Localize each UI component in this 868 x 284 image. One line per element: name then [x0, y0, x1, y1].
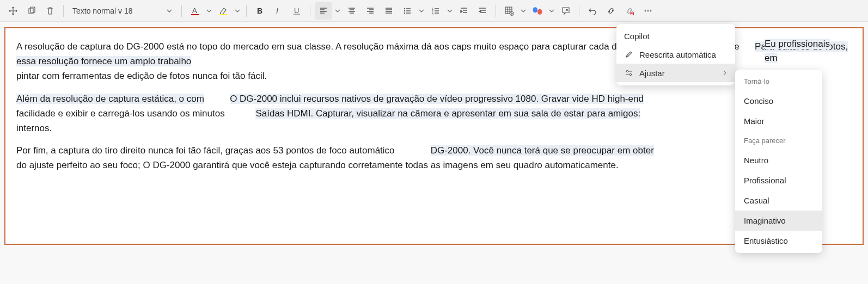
- svg-text:3: 3: [432, 13, 433, 15]
- submenu-heading-sound-like: Faça parecer: [735, 131, 822, 150]
- separator: [579, 5, 579, 17]
- paragraph-style-select[interactable]: Texto normal v 18: [68, 2, 177, 20]
- svg-point-21: [626, 70, 628, 72]
- svg-text:U: U: [294, 7, 299, 15]
- highlight-icon[interactable]: [215, 2, 232, 20]
- svg-rect-4: [219, 14, 227, 15]
- svg-point-9: [404, 8, 405, 9]
- paragraph-3: Por fim, a captura do tiro direito nunca…: [16, 143, 852, 172]
- chevron-down-icon[interactable]: [519, 8, 528, 14]
- chevron-down-icon[interactable]: [417, 8, 426, 14]
- copilot-menu: Copilot Reescrita automática Ajustar: [616, 24, 735, 85]
- submenu-concise[interactable]: Conciso: [735, 91, 822, 111]
- svg-text:I: I: [276, 7, 278, 15]
- chevron-right-icon: [722, 70, 728, 76]
- chevron-down-icon[interactable]: [333, 8, 342, 14]
- svg-text:B: B: [257, 7, 262, 15]
- svg-point-18: [645, 10, 646, 11]
- submenu-imaginative[interactable]: Imaginativo: [735, 211, 822, 231]
- chevron-down-icon: [166, 8, 173, 14]
- italic-button[interactable]: I: [270, 2, 287, 20]
- submenu-enthusiastic[interactable]: Entusiástico: [735, 231, 822, 251]
- floating-text: Eu profissionais em: [765, 37, 830, 65]
- toolbar: Texto normal v 18 A B I U 123: [0, 0, 868, 22]
- chevron-down-icon[interactable]: [233, 8, 242, 14]
- submenu-neutral[interactable]: Neutro: [735, 150, 822, 170]
- align-left-icon[interactable]: [315, 2, 332, 20]
- separator: [496, 5, 496, 17]
- adjust-submenu: Torná-lo Conciso Maior Faça parecer Neut…: [735, 70, 822, 253]
- sliders-icon: [624, 68, 634, 78]
- underline-button[interactable]: U: [288, 2, 305, 20]
- table-insert-icon[interactable]: [500, 2, 518, 20]
- submenu-heading-make-it: Torná-lo: [735, 72, 822, 91]
- align-center-icon[interactable]: [343, 2, 360, 20]
- copilot-icon[interactable]: [529, 2, 546, 20]
- svg-point-11: [404, 12, 405, 13]
- paragraph-style-label: Texto normal v 18: [72, 7, 133, 15]
- copilot-menu-adjust[interactable]: Ajustar: [616, 64, 735, 82]
- numbered-list-icon[interactable]: 123: [427, 2, 444, 20]
- copilot-menu-rewrite[interactable]: Reescrita automática: [616, 45, 735, 64]
- unlink-icon[interactable]: [621, 2, 638, 20]
- separator: [63, 5, 64, 17]
- indent-increase-icon[interactable]: [474, 2, 491, 20]
- align-right-icon[interactable]: [362, 2, 379, 20]
- svg-rect-3: [191, 14, 199, 15]
- paragraph-2: Além da resolução de captura estática, o…: [16, 91, 852, 136]
- copy-icon[interactable]: [23, 2, 40, 20]
- svg-point-22: [629, 73, 632, 76]
- submenu-longer[interactable]: Maior: [735, 111, 822, 131]
- svg-text:A: A: [192, 7, 197, 15]
- bullet-list-icon[interactable]: [399, 2, 416, 20]
- pen-icon: [624, 50, 634, 59]
- separator: [246, 5, 247, 17]
- chevron-down-icon[interactable]: [205, 8, 213, 14]
- undo-icon[interactable]: [584, 2, 601, 20]
- copilot-menu-title[interactable]: Copilot: [616, 27, 735, 45]
- indent-decrease-icon[interactable]: [455, 2, 473, 20]
- chevron-down-icon[interactable]: [547, 8, 556, 14]
- align-justify-icon[interactable]: [380, 2, 398, 20]
- svg-point-10: [404, 10, 405, 11]
- more-icon[interactable]: [639, 2, 657, 20]
- font-color-icon[interactable]: A: [186, 2, 204, 20]
- submenu-casual[interactable]: Casual: [735, 190, 822, 211]
- move-icon[interactable]: [4, 2, 22, 20]
- svg-point-20: [650, 10, 652, 11]
- chevron-down-icon[interactable]: [445, 8, 454, 14]
- link-icon[interactable]: [602, 2, 620, 20]
- svg-point-19: [647, 10, 649, 11]
- separator: [181, 5, 182, 17]
- submenu-professional[interactable]: Profissional: [735, 170, 822, 190]
- delete-icon[interactable]: [41, 2, 59, 20]
- bold-button[interactable]: B: [251, 2, 268, 20]
- separator: [310, 5, 310, 17]
- comment-icon[interactable]: [557, 2, 574, 20]
